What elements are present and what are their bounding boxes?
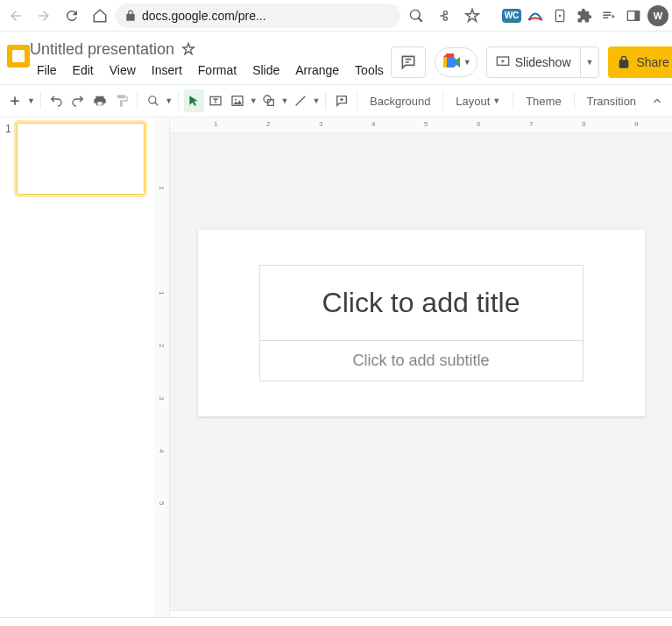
lock-icon	[617, 55, 631, 69]
menu-slide[interactable]: Slide	[245, 61, 286, 84]
select-tool[interactable]	[184, 89, 204, 112]
menu-tools[interactable]: Tools	[348, 61, 391, 84]
browser-toolbar: docs.google.com/pre... WC W	[0, 0, 672, 32]
new-slide-dropdown[interactable]: ▼	[27, 89, 35, 112]
redo-button[interactable]	[68, 89, 88, 112]
menu-format[interactable]: Format	[191, 61, 244, 84]
slideshow-label: Slideshow	[515, 55, 571, 69]
svg-rect-3	[634, 11, 639, 20]
meet-icon	[441, 52, 462, 73]
paint-format-button[interactable]	[111, 89, 131, 112]
horizontal-ruler[interactable]: 1 2 3 4 5 6 7 8 9	[170, 117, 672, 133]
slide[interactable]: Click to add title Click to add subtitle	[198, 230, 645, 416]
comments-button[interactable]	[391, 46, 426, 78]
line-tool[interactable]	[291, 89, 311, 112]
slideshow-dropdown[interactable]: ▼	[581, 46, 600, 78]
menu-insert[interactable]: Insert	[145, 61, 189, 84]
title-placeholder[interactable]: Click to add title	[259, 265, 584, 341]
background-button[interactable]: Background	[363, 89, 437, 112]
collapse-toolbar-button[interactable]	[647, 89, 667, 112]
share-label: Share	[636, 55, 668, 69]
address-bar[interactable]: docs.google.com/pre...	[116, 4, 400, 28]
menu-view[interactable]: View	[103, 61, 143, 84]
back-button[interactable]	[4, 4, 28, 28]
explore-bar[interactable]	[170, 610, 672, 617]
bookmark-star-icon[interactable]	[460, 4, 485, 28]
extension-device-icon[interactable]	[549, 5, 570, 26]
main-area: 1 1 1 2 3 4 5 1 2 3 4 5 6 7 8	[0, 117, 672, 617]
zoom-icon[interactable]	[404, 4, 428, 28]
vertical-ruler[interactable]: 1 1 2 3 4 5	[154, 117, 170, 617]
speaker-notes[interactable]: Click to add speaker notes	[0, 617, 672, 626]
menu-bar: File Edit View Insert Format Slide Arran…	[30, 61, 391, 84]
undo-button[interactable]	[46, 89, 67, 112]
layout-button[interactable]: Layout▼	[449, 89, 507, 112]
meet-button[interactable]: ▼	[435, 47, 477, 77]
star-document-icon[interactable]	[181, 42, 195, 56]
profile-avatar[interactable]: W	[647, 5, 668, 26]
svg-point-5	[148, 96, 155, 103]
shape-tool[interactable]	[259, 89, 279, 112]
comment-tool[interactable]	[331, 89, 351, 112]
svg-point-8	[235, 99, 237, 101]
image-tool[interactable]	[228, 89, 248, 112]
slide-thumbnail-preview[interactable]	[17, 123, 145, 195]
extensions-puzzle-icon[interactable]	[574, 5, 595, 26]
extension-wc-icon[interactable]: WC	[502, 9, 521, 23]
home-button[interactable]	[88, 4, 112, 28]
play-icon	[496, 55, 510, 69]
share-button[interactable]: Share	[608, 46, 672, 78]
zoom-button[interactable]	[143, 89, 163, 112]
new-slide-button[interactable]	[5, 89, 25, 112]
menu-arrange[interactable]: Arrange	[288, 61, 346, 84]
forward-button[interactable]	[32, 4, 56, 28]
textbox-tool[interactable]	[206, 89, 226, 112]
canvas[interactable]: Click to add title Click to add subtitle	[170, 133, 672, 617]
extension-playlist-icon[interactable]	[598, 5, 619, 26]
line-dropdown[interactable]: ▼	[312, 89, 320, 112]
chevron-down-icon: ▼	[463, 58, 471, 67]
print-button[interactable]	[90, 89, 110, 112]
subtitle-placeholder[interactable]: Click to add subtitle	[259, 341, 584, 381]
app-header: Untitled presentation File Edit View Ins…	[0, 32, 672, 84]
reload-button[interactable]	[60, 4, 84, 28]
lock-icon	[124, 10, 137, 22]
url-text: docs.google.com/pre...	[142, 9, 266, 23]
slide-thumbnails-panel[interactable]: 1	[0, 117, 154, 617]
document-title[interactable]: Untitled presentation	[30, 40, 174, 59]
menu-edit[interactable]: Edit	[66, 61, 101, 84]
shape-dropdown[interactable]: ▼	[281, 89, 289, 112]
slides-logo-icon[interactable]	[7, 39, 30, 74]
share-url-icon[interactable]	[432, 4, 456, 28]
svg-point-1	[559, 14, 562, 17]
slide-thumbnail[interactable]: 1	[5, 123, 149, 195]
menu-file[interactable]: File	[30, 61, 64, 84]
zoom-dropdown[interactable]: ▼	[165, 89, 173, 112]
slide-number: 1	[5, 123, 11, 195]
format-toolbar: ▼ ▼ ▼ ▼ ▼ Background Layout▼ Theme Trans…	[0, 84, 672, 117]
image-dropdown[interactable]: ▼	[250, 89, 258, 112]
theme-button[interactable]: Theme	[519, 89, 568, 112]
transition-button[interactable]: Transition	[580, 89, 644, 112]
extension-swoosh-icon[interactable]	[525, 5, 546, 26]
extension-sidepanel-icon[interactable]	[623, 5, 644, 26]
slideshow-button[interactable]: Slideshow	[486, 46, 581, 78]
